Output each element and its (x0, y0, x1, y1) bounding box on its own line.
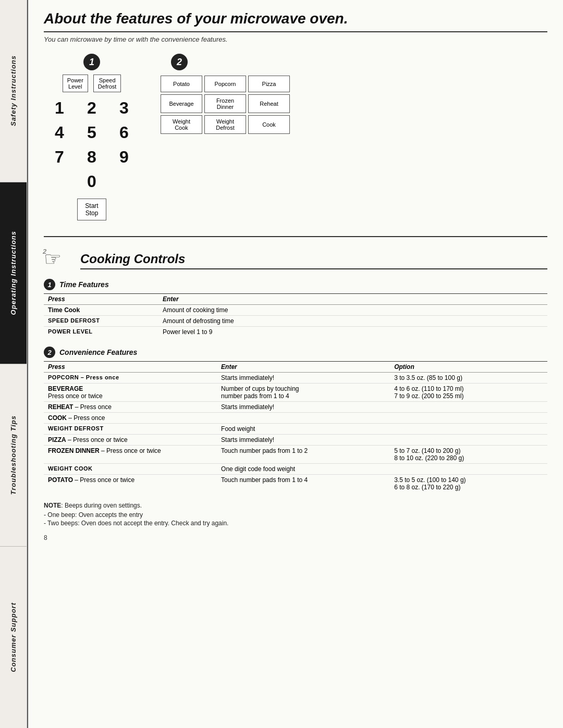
key-7[interactable]: 7 (44, 145, 75, 169)
sidebar: Safety Instructions Operating Instructio… (0, 0, 27, 728)
frozen-dinner-press: FROZEN DINNER – Press once or twice (44, 446, 217, 464)
power-level-button[interactable]: PowerLevel (63, 75, 88, 92)
sidebar-label-troubleshooting: Troubleshooting Tips (9, 415, 17, 495)
key-1[interactable]: 1 (44, 96, 75, 120)
note-text: : Beeps during oven settings. (61, 502, 142, 509)
keypad-2: 2 Potato Popcorn Pizza Beverage FrozenDi… (161, 54, 290, 134)
power-level-option (273, 327, 547, 338)
weight-cook-button[interactable]: WeightCook (161, 115, 202, 134)
frozen-dinner-option: 5 to 7 oz. (140 to 200 g)8 to 10 oz. (22… (390, 446, 547, 464)
sidebar-troubleshooting: Troubleshooting Tips (0, 364, 27, 547)
cook-button[interactable]: Cook (248, 115, 290, 134)
time-features-table: Press Enter Time Cook Amount of cooking … (44, 293, 547, 337)
beverage-option: 4 to 6 oz. (110 to 170 ml)7 to 9 oz. (20… (390, 384, 547, 402)
power-level-enter: Power level 1 to 9 (158, 327, 273, 338)
keypad2-circle: 2 (171, 54, 188, 70)
pizza-option (390, 435, 547, 446)
notes-section: NOTE: Beeps during oven settings. - One … (44, 502, 547, 527)
sidebar-label-consumer: Consumer Support (9, 602, 17, 672)
conv-col-option: Option (390, 362, 547, 373)
potato-button[interactable]: Potato (161, 76, 202, 92)
time-col-press: Press (44, 294, 158, 305)
note-item-2: - Two beeps: Oven does not accept the en… (44, 520, 547, 527)
popcorn-press: POPCORN – Press once (44, 373, 217, 384)
cooking-controls-header: ☞ 2 Cooking Controls (44, 248, 547, 274)
page-number: 8 (44, 534, 547, 541)
table-row: PIZZA – Press once or twice Starts immed… (44, 435, 547, 446)
table-row: SPEED DEFROST Amount of defrosting time (44, 316, 547, 327)
keypad-1: 1 PowerLevel SpeedDefrost 1 2 3 4 5 6 7 … (44, 54, 140, 220)
pizza-enter: Starts immediately! (217, 435, 390, 446)
weight-cook-press: WEIGHT COOK (44, 464, 217, 475)
sidebar-label-operating: Operating Instructions (9, 231, 17, 315)
time-col-enter: Enter (158, 294, 273, 305)
hand-finger-icon: ☞ 2 (44, 248, 70, 274)
keypad-area: 1 PowerLevel SpeedDefrost 1 2 3 4 5 6 7 … (44, 54, 547, 220)
cooking-controls-title: Cooking Controls (80, 252, 547, 269)
page-subtitle: You can microwave by time or with the co… (44, 35, 547, 43)
beverage-press: BEVERAGEPress once or twice (44, 384, 217, 402)
weight-defrost-option (390, 424, 547, 435)
convenience-features-circle: 2 (44, 347, 55, 358)
keypad1-circle: 1 (83, 54, 100, 70)
key-4[interactable]: 4 (44, 121, 75, 144)
key-9[interactable]: 9 (108, 145, 140, 169)
section-divider (44, 236, 547, 237)
beverage-enter: Number of cups by touchingnumber pads fr… (217, 384, 390, 402)
beverage-button[interactable]: Beverage (161, 94, 202, 113)
time-cook-enter: Amount of cooking time (158, 305, 273, 316)
conv-col-press: Press (44, 362, 217, 373)
table-row: POWER LEVEL Power level 1 to 9 (44, 327, 547, 338)
table-row: BEVERAGEPress once or twice Number of cu… (44, 384, 547, 402)
key-5[interactable]: 5 (76, 121, 107, 144)
reheat-button[interactable]: Reheat (248, 94, 290, 113)
pizza-press: PIZZA – Press once or twice (44, 435, 217, 446)
table-row: POPCORN – Press once Starts immediately!… (44, 373, 547, 384)
popcorn-enter: Starts immediately! (217, 373, 390, 384)
cook-option (390, 413, 547, 424)
time-cook-option (273, 305, 547, 316)
time-col-empty (273, 294, 547, 305)
weight-defrost-button[interactable]: WeightDefrost (204, 115, 246, 134)
popcorn-button[interactable]: Popcorn (204, 76, 246, 92)
key-3[interactable]: 3 (108, 96, 140, 120)
note-item-1: - One beep: Oven accepts the entry (44, 511, 547, 519)
convenience-features-section: 2 Convenience Features Press Enter Optio… (44, 347, 547, 492)
frozen-dinner-button[interactable]: FrozenDinner (204, 94, 246, 113)
key-6[interactable]: 6 (108, 121, 140, 144)
reheat-press: REHEAT – Press once (44, 402, 217, 413)
convenience-features-header: 2 Convenience Features (44, 347, 547, 358)
weight-defrost-enter: Food weight (217, 424, 390, 435)
cook-press: COOK – Press once (44, 413, 217, 424)
time-cook-label: Time Cook (44, 305, 158, 316)
sidebar-label-safety: Safety Instructions (9, 55, 17, 126)
potato-option: 3.5 to 5 oz. (100 to 140 g)6 to 8 oz. (1… (390, 475, 547, 493)
cook-enter (217, 413, 390, 424)
table-row: Time Cook Amount of cooking time (44, 305, 547, 316)
keypad1-top-buttons: PowerLevel SpeedDefrost (63, 75, 121, 92)
key-8[interactable]: 8 (76, 145, 107, 169)
weight-cook-option (390, 464, 547, 475)
popcorn-option: 3 to 3.5 oz. (85 to 100 g) (390, 373, 547, 384)
convenience-features-title: Convenience Features (59, 348, 137, 356)
conv-col-enter: Enter (217, 362, 390, 373)
reheat-option (390, 402, 547, 413)
pizza-button[interactable]: Pizza (248, 76, 290, 92)
reheat-enter: Starts immediately! (217, 402, 390, 413)
note-label: NOTE (44, 502, 61, 509)
time-features-circle: 1 (44, 279, 55, 290)
table-row: WEIGHT COOK One digit code food weight (44, 464, 547, 475)
convenience-button-grid: Potato Popcorn Pizza Beverage FrozenDinn… (161, 76, 290, 134)
potato-enter: Touch number pads from 1 to 4 (217, 475, 390, 493)
start-stop-button[interactable]: StartStop (77, 199, 106, 220)
frozen-dinner-enter: Touch number pads from 1 to 2 (217, 446, 390, 464)
table-row: POTATO – Press once or twice Touch numbe… (44, 475, 547, 493)
power-level-label: POWER LEVEL (44, 327, 158, 338)
key-2[interactable]: 2 (76, 96, 107, 120)
speed-defrost-button[interactable]: SpeedDefrost (93, 75, 121, 92)
number-grid: 1 2 3 4 5 6 7 8 9 0 (44, 96, 140, 193)
speed-defrost-option (273, 316, 547, 327)
page-title: About the features of your microwave ove… (44, 10, 547, 32)
weight-defrost-press: WEIGHT DEFROST (44, 424, 217, 435)
key-0[interactable]: 0 (76, 170, 107, 193)
